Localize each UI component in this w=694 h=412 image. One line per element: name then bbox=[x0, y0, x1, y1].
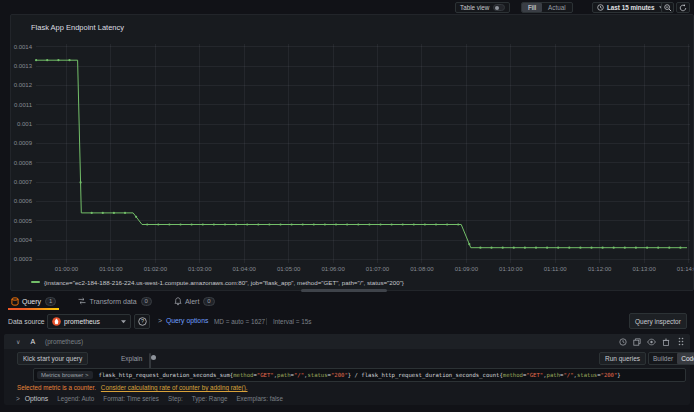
tab-query[interactable]: Query 1 bbox=[8, 292, 59, 310]
option-summary-item: Step: bbox=[168, 395, 183, 402]
query-segment-string: "200" bbox=[331, 372, 348, 378]
series-point bbox=[624, 247, 626, 249]
query-code-input[interactable]: Metrics browser > flask_http_request_dur… bbox=[33, 368, 686, 382]
legend-series-label[interactable]: {instance="ec2-184-188-216-224.us-west-1… bbox=[44, 279, 404, 286]
query-segment-metric: flask_http_request_duration_seconds_coun… bbox=[361, 372, 499, 378]
series-point bbox=[335, 223, 337, 225]
clock-icon bbox=[597, 4, 604, 11]
series-point bbox=[68, 59, 70, 61]
query-row-header[interactable]: ∨ A (prometheus) bbox=[4, 334, 690, 349]
series-point bbox=[602, 247, 604, 249]
query-options-chevron-icon[interactable]: > bbox=[158, 317, 162, 324]
query-editor-card: ∨ A (prometheus) bbox=[4, 334, 690, 405]
table-view-label: Table view bbox=[460, 4, 489, 11]
latency-panel: Flask App Endpoint Latency 0.00140.00130… bbox=[10, 14, 694, 291]
series-point bbox=[313, 223, 315, 225]
bell-icon bbox=[174, 297, 182, 306]
query-segment-string: "/" bbox=[563, 372, 573, 378]
table-view-toggle[interactable] bbox=[493, 4, 505, 11]
options-row[interactable]: > Options Legend: AutoFormat: Time serie… bbox=[16, 393, 292, 403]
history-icon[interactable] bbox=[619, 338, 627, 346]
tab-transform-data[interactable]: Transform data 0 bbox=[75, 292, 155, 310]
time-range-picker[interactable]: Last 15 minutes bbox=[592, 2, 669, 13]
code-button[interactable]: Code bbox=[677, 353, 694, 364]
query-inspector-button[interactable]: Query inspector bbox=[629, 313, 687, 329]
query-datasource-hint: (prometheus) bbox=[45, 338, 83, 345]
x-axis-tick-label: 01:13:00 bbox=[632, 266, 656, 272]
chevron-down-icon bbox=[121, 320, 126, 324]
series-point bbox=[80, 181, 82, 183]
options-summary: Legend: AutoFormat: Time seriesStep:Type… bbox=[57, 395, 292, 402]
transform-icon bbox=[78, 297, 86, 305]
y-axis-tick-label: 0.0008 bbox=[14, 160, 33, 166]
actual-button[interactable]: Actual bbox=[542, 4, 572, 11]
zoom-out-button[interactable] bbox=[661, 2, 674, 13]
datasource-label: Data source bbox=[8, 318, 45, 325]
series-point bbox=[324, 223, 326, 225]
collapse-chevron-icon[interactable]: ∨ bbox=[16, 338, 20, 345]
datasource-help-button[interactable]: ? bbox=[134, 314, 150, 329]
x-axis-tick-label: 01:09:00 bbox=[455, 266, 479, 272]
active-tab-underline bbox=[8, 308, 59, 310]
duplicate-icon[interactable] bbox=[633, 338, 641, 346]
eye-icon[interactable] bbox=[647, 338, 656, 346]
series-point bbox=[679, 247, 681, 249]
datasource-picker[interactable]: prometheus bbox=[47, 314, 131, 329]
metrics-browser-button[interactable]: Metrics browser > bbox=[37, 371, 93, 379]
series-point bbox=[668, 247, 670, 249]
x-axis-tick-label: 01:10:00 bbox=[499, 266, 523, 272]
options-label: Options bbox=[25, 395, 48, 402]
fill-actual-group: Fill Actual bbox=[521, 2, 573, 13]
series-point bbox=[613, 247, 615, 249]
interval-summary: Interval = 15s bbox=[266, 318, 312, 325]
series-point bbox=[357, 223, 359, 225]
query-segment-string: "200" bbox=[601, 372, 618, 378]
series-point bbox=[113, 212, 115, 214]
y-axis-tick-label: 0.0003 bbox=[14, 256, 33, 262]
y-axis-tick-label: 0.0013 bbox=[14, 63, 33, 69]
x-axis-tick-label: 01:14:00 bbox=[677, 266, 694, 272]
topbar: Table view Fill Actual Last 15 minutes bbox=[0, 0, 694, 14]
x-axis-tick-label: 01:07:00 bbox=[366, 266, 390, 272]
promql-query-text[interactable]: flask_http_request_duration_seconds_sum{… bbox=[99, 372, 621, 378]
y-axis-tick-label: 0.0005 bbox=[14, 218, 33, 224]
query-segment-label: path bbox=[277, 372, 290, 378]
series-point bbox=[368, 223, 370, 225]
query-segment-string: "GET" bbox=[526, 372, 543, 378]
series-point bbox=[291, 223, 293, 225]
series-point bbox=[246, 223, 248, 225]
warning-rate-link[interactable]: Consider calculating rate of counter by … bbox=[101, 384, 248, 391]
tab-alert-label: Alert bbox=[185, 298, 199, 305]
database-icon bbox=[11, 297, 19, 306]
zoom-out-icon bbox=[664, 4, 672, 12]
trash-icon[interactable] bbox=[662, 338, 670, 346]
drag-handle-icon[interactable] bbox=[678, 337, 684, 346]
query-options-link[interactable]: Query options bbox=[166, 317, 208, 324]
grafana-panel-editor: Table view Fill Actual Last 15 minutes bbox=[0, 0, 694, 412]
builder-code-toggle: Builder Code bbox=[648, 352, 694, 365]
query-options-summary: MD = auto = 1627 bbox=[214, 318, 265, 325]
run-queries-button[interactable]: Run queries bbox=[599, 352, 646, 365]
series-point bbox=[590, 247, 592, 249]
y-axis-tick-label: 0.0007 bbox=[14, 179, 33, 185]
refresh-button[interactable] bbox=[676, 2, 690, 13]
x-axis-tick-label: 01:04:00 bbox=[233, 266, 257, 272]
fill-button[interactable]: Fill bbox=[522, 3, 542, 12]
series-point bbox=[579, 247, 581, 249]
series-point bbox=[124, 212, 126, 214]
x-axis-tick-label: 01:06:00 bbox=[321, 266, 345, 272]
series-point bbox=[179, 223, 181, 225]
tab-alert[interactable]: Alert 0 bbox=[171, 292, 218, 310]
x-axis-tick-label: 01:05:00 bbox=[277, 266, 301, 272]
series-point bbox=[235, 223, 237, 225]
y-axis-tick-label: 0.0011 bbox=[14, 102, 33, 108]
run-queries-label: Run queries bbox=[605, 355, 640, 362]
x-axis-tick-label: 01:00:00 bbox=[55, 266, 79, 272]
series-point bbox=[302, 223, 304, 225]
series-point bbox=[646, 247, 648, 249]
series-point bbox=[435, 223, 437, 225]
y-axis-tick-label: 0.0009 bbox=[14, 140, 33, 146]
kick-start-query-button[interactable]: Kick start your query bbox=[17, 352, 88, 365]
builder-button[interactable]: Builder bbox=[649, 355, 677, 362]
option-summary-item: Legend: Auto bbox=[57, 395, 94, 402]
